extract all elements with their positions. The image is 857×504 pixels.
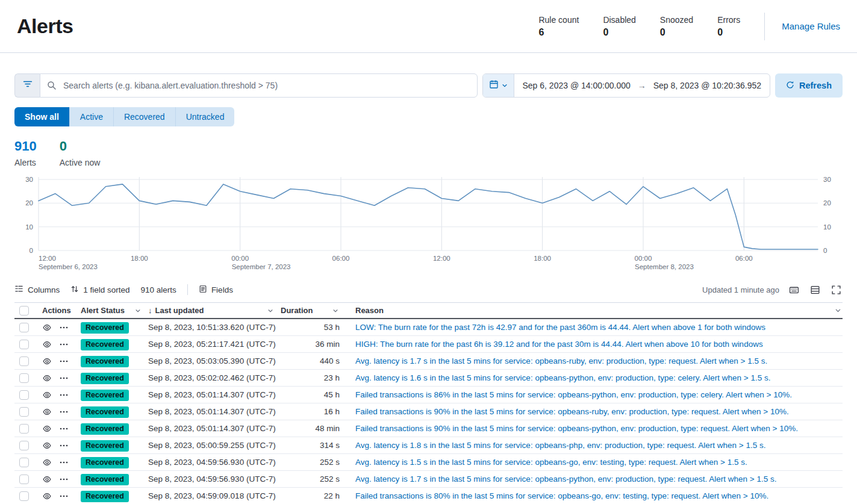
fields-icon <box>199 285 207 295</box>
view-alert-eye-icon[interactable] <box>42 441 52 450</box>
row-checkbox[interactable] <box>19 407 29 417</box>
view-alert-eye-icon[interactable] <box>42 424 52 434</box>
grid-toolbar: Columns 1 field sorted 910 alerts Fields <box>14 282 843 297</box>
filter-untracked[interactable]: Untracked <box>176 107 235 126</box>
manage-rules-link[interactable]: Manage Rules <box>782 21 840 31</box>
last-updated-cell: Sep 8, 2023, 05:01:14.307 (UTC-7) <box>148 390 281 399</box>
reason-link[interactable]: Avg. latency is 1.7 s in the last 5 mins… <box>355 356 843 366</box>
column-header-reason[interactable]: Reason <box>346 303 843 318</box>
view-alert-eye-icon[interactable] <box>42 390 52 400</box>
stat-value: 0 <box>717 27 740 38</box>
filter-recovered[interactable]: Recovered <box>114 107 176 126</box>
view-alert-eye-icon[interactable] <box>42 474 52 484</box>
row-checkbox[interactable] <box>19 441 29 450</box>
more-actions-icon[interactable] <box>60 326 68 329</box>
last-updated-cell: Sep 8, 2023, 10:51:33.620 (UTC-7) <box>148 323 281 332</box>
column-header-duration[interactable]: Duration <box>281 303 346 318</box>
more-actions-icon[interactable] <box>60 478 68 481</box>
reason-link[interactable]: HIGH: The burn rate for the past 6h is 3… <box>355 340 843 349</box>
column-header-last-updated[interactable]: ↓ Last updated <box>148 303 281 318</box>
row-checkbox[interactable] <box>19 424 29 434</box>
row-checkbox[interactable] <box>19 373 29 383</box>
display-options-icon[interactable] <box>809 284 821 296</box>
more-actions-icon[interactable] <box>60 427 68 431</box>
rule-stats: Rule count6Disabled0Snoozed0Errors0 <box>538 15 764 38</box>
view-alert-eye-icon[interactable] <box>42 373 52 383</box>
view-alert-eye-icon[interactable] <box>42 323 52 332</box>
reason-link[interactable]: Failed transactions is 90% in the last 5… <box>355 424 843 433</box>
row-checkbox[interactable] <box>19 340 29 349</box>
fields-button[interactable]: Fields <box>199 285 233 295</box>
last-updated-cell: Sep 8, 2023, 04:59:56.930 (UTC-7) <box>148 458 281 467</box>
status-badge: Recovered <box>81 491 129 502</box>
chevron-down-icon <box>502 80 508 91</box>
grid-menu-chevron-icon[interactable] <box>835 307 841 314</box>
view-alert-eye-icon[interactable] <box>42 356 52 366</box>
view-alert-eye-icon[interactable] <box>42 407 52 417</box>
column-header-actions: Actions <box>36 303 81 318</box>
reason-link[interactable]: Avg. latency is 1.6 s in the last 5 mins… <box>355 373 843 382</box>
reason-link[interactable]: Failed transactions is 90% in the last 5… <box>355 407 843 416</box>
filter-toggle-button[interactable] <box>14 73 40 98</box>
table-row: Recovered Sep 8, 2023, 05:00:59.255 (UTC… <box>14 437 843 454</box>
view-alert-eye-icon[interactable] <box>42 340 52 349</box>
active-count-metric: 0 Active now <box>60 138 101 167</box>
date-picker-toggle[interactable] <box>483 74 514 97</box>
more-actions-icon[interactable] <box>60 359 68 363</box>
status-badge: Recovered <box>81 474 129 485</box>
svg-text:06:00: 06:00 <box>332 255 350 262</box>
last-updated-cell: Sep 8, 2023, 04:59:09.018 (UTC-7) <box>148 491 281 500</box>
last-updated-cell: Sep 8, 2023, 05:21:17.421 (UTC-7) <box>148 340 281 349</box>
date-arrow-icon: → <box>638 81 646 90</box>
more-actions-icon[interactable] <box>60 410 68 414</box>
alerts-page: Alerts Rule count6Disabled0Snoozed0Error… <box>0 0 857 504</box>
row-checkbox[interactable] <box>19 491 29 501</box>
reason-link[interactable]: Avg. latency is 1.8 s in the last 5 mins… <box>355 441 843 450</box>
filter-show-all[interactable]: Show all <box>14 107 70 126</box>
sort-icon <box>70 285 79 295</box>
date-start[interactable]: Sep 6, 2023 @ 14:00:00.000 <box>523 81 631 90</box>
columns-button[interactable]: Columns <box>14 284 60 295</box>
row-checkbox[interactable] <box>19 474 29 484</box>
stat-label: Snoozed <box>660 15 693 25</box>
filter-icon <box>23 79 33 92</box>
more-actions-icon[interactable] <box>60 343 68 346</box>
date-end[interactable]: Sep 8, 2023 @ 10:20:36.952 <box>653 81 761 90</box>
view-alert-eye-icon[interactable] <box>42 491 52 501</box>
stat-label: Rule count <box>538 15 579 25</box>
svg-text:18:00: 18:00 <box>534 255 551 262</box>
svg-text:00:00: 00:00 <box>635 255 652 262</box>
more-actions-icon[interactable] <box>60 376 68 380</box>
svg-text:20: 20 <box>823 199 831 207</box>
more-actions-icon[interactable] <box>60 461 68 464</box>
filter-active[interactable]: Active <box>70 107 114 126</box>
last-updated-cell: Sep 8, 2023, 05:00:59.255 (UTC-7) <box>148 441 281 450</box>
search-input[interactable] <box>40 73 478 98</box>
sort-fields-button[interactable]: 1 field sorted <box>70 285 129 295</box>
row-checkbox[interactable] <box>19 356 29 366</box>
last-updated-cell: Sep 8, 2023, 05:02:02.462 (UTC-7) <box>148 373 281 382</box>
reason-link[interactable]: Failed transactions is 80% in the last 5… <box>355 491 843 500</box>
status-filter-group: Show allActiveRecoveredUntracked <box>14 107 234 126</box>
more-actions-icon[interactable] <box>60 393 68 397</box>
table-body: Recovered Sep 8, 2023, 10:51:33.620 (UTC… <box>14 319 843 504</box>
more-actions-icon[interactable] <box>60 444 68 447</box>
more-actions-icon[interactable] <box>60 494 68 498</box>
date-range-picker: Sep 6, 2023 @ 14:00:00.000 → Sep 8, 2023… <box>482 73 771 98</box>
reason-link[interactable]: Failed transactions is 86% in the last 5… <box>355 390 843 399</box>
fullscreen-icon[interactable] <box>830 284 843 296</box>
row-checkbox[interactable] <box>19 323 29 332</box>
reason-link[interactable]: Avg. latency is 1.5 s in the last 5 mins… <box>355 458 843 467</box>
view-alert-eye-icon[interactable] <box>42 458 52 467</box>
select-all-checkbox[interactable] <box>19 306 29 316</box>
row-checkbox[interactable] <box>19 390 29 400</box>
refresh-button[interactable]: Refresh <box>775 73 843 98</box>
reason-link[interactable]: Avg. latency is 1.7 s in the last 5 mins… <box>355 474 843 484</box>
row-checkbox[interactable] <box>19 458 29 467</box>
page-header: Alerts Rule count6Disabled0Snoozed0Error… <box>0 0 857 53</box>
svg-text:September 8, 2023: September 8, 2023 <box>635 263 694 270</box>
keyboard-shortcuts-icon[interactable] <box>788 284 800 296</box>
reason-link[interactable]: LOW: The burn rate for the past 72h is 4… <box>355 323 843 332</box>
toolbar-divider <box>187 284 188 295</box>
column-header-alert-status[interactable]: Alert Status <box>81 303 148 318</box>
